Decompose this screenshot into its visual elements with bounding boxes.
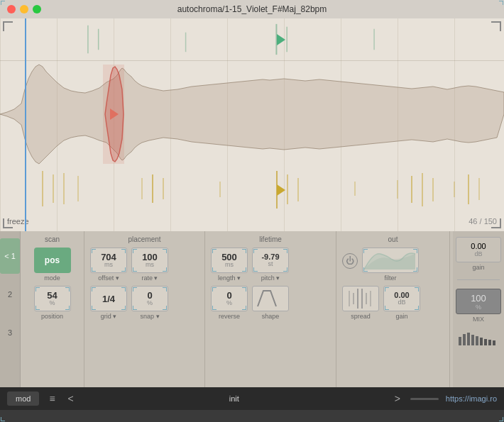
offset-display[interactable]: 704 ms: [90, 248, 127, 273]
corner-br: [415, 306, 419, 310]
corner-bl: [212, 306, 217, 310]
snap-display[interactable]: 0 %: [131, 286, 168, 311]
pitch-label: pitch ▾: [261, 274, 280, 282]
out-gain-display[interactable]: 0.00 dB: [383, 286, 420, 311]
grid-display[interactable]: 1/4: [90, 286, 127, 311]
grid-value: 1/4: [102, 294, 115, 304]
lifetime-label: lifetime: [211, 235, 330, 243]
corner-br: [242, 306, 246, 310]
out-gain-label: gain: [395, 313, 407, 320]
position-display[interactable]: 54 %: [34, 286, 71, 311]
corner-tr: [163, 287, 167, 291]
grid-label: grid ▾: [101, 313, 117, 320]
svg-rect-35: [471, 335, 474, 345]
waveform-top-section: [0, 18, 504, 61]
playhead-top: [277, 34, 285, 45]
right-gain-display[interactable]: 0.00 dB: [456, 237, 501, 262]
corner-tl: [385, 287, 389, 291]
menu-icon[interactable]: ≡: [46, 393, 57, 404]
snap-knob-box: 0 % snap ▾: [131, 286, 168, 320]
rate-label: rate ▾: [141, 274, 158, 282]
shape-label: shape: [262, 313, 280, 320]
mix-unit: %: [476, 304, 481, 311]
svg-rect-39: [488, 340, 491, 345]
scan-section: scan pos mode 54 % posit: [21, 231, 84, 387]
offset-label: offset ▾: [98, 274, 119, 282]
bottom-line-decoration: [410, 398, 439, 400]
channel-3-button[interactable]: 3: [0, 315, 20, 350]
corner-tl: [253, 249, 258, 253]
pitch-display[interactable]: -9.79 st: [252, 248, 289, 273]
corner-bl: [92, 267, 96, 272]
corner-bl: [133, 267, 137, 272]
channel-2-button[interactable]: 2: [0, 277, 20, 312]
position-knob-box: 54 % position: [34, 286, 71, 320]
position-line: [25, 18, 26, 231]
corner-bl: [212, 267, 217, 272]
svg-rect-38: [484, 339, 487, 345]
offset-knob-box: 704 ms offset ▾: [90, 248, 127, 282]
spread-display[interactable]: [342, 286, 379, 311]
corner-tr: [65, 287, 70, 291]
out-gain-knob-box: 0.00 dB gain: [383, 286, 420, 320]
right-gain-panel: 0.00 dB gain 100 % MIX: [453, 231, 504, 387]
channel-1-button[interactable]: < 1: [0, 238, 20, 274]
right-gain-label: gain: [472, 264, 484, 271]
reverse-label: reverse: [219, 313, 240, 320]
out-label: out: [342, 235, 444, 243]
mod-button[interactable]: mod: [7, 392, 39, 406]
playhead-bottom: [277, 184, 285, 196]
offset-unit: ms: [104, 262, 113, 268]
corner-tr: [283, 249, 287, 253]
channel-selector: < 1 2 3: [0, 231, 21, 387]
placement-section: placement 704 ms offset ▾: [84, 231, 205, 387]
corner-tl: [92, 249, 96, 253]
close-button[interactable]: [7, 5, 16, 13]
corner-tr: [163, 249, 167, 253]
svg-rect-36: [476, 336, 478, 345]
shape-envelope-svg: [256, 289, 285, 308]
rate-display[interactable]: 100 ms: [131, 248, 168, 273]
corner-bl: [253, 267, 258, 272]
scan-label: scan: [45, 235, 60, 243]
bottom-grain-markers: [0, 167, 504, 224]
corner-tl: [1, 1, 5, 5]
length-display[interactable]: 500 ms: [211, 248, 248, 273]
snap-unit: %: [147, 300, 153, 306]
power-button[interactable]: ⏻: [342, 253, 358, 269]
mix-display[interactable]: 100 %: [456, 289, 501, 314]
corner-tr: [121, 287, 126, 291]
pitch-unit: st: [268, 261, 273, 267]
left-arrow-icon[interactable]: <: [65, 393, 77, 404]
svg-rect-33: [463, 334, 466, 345]
mode-button[interactable]: pos: [34, 248, 71, 273]
reverse-display[interactable]: 0 %: [211, 286, 248, 311]
init-label: init: [84, 394, 385, 403]
audioz-url[interactable]: https://imagi.ro: [446, 394, 497, 403]
shape-knob-box: shape: [252, 286, 289, 320]
snap-label: snap ▾: [140, 313, 159, 320]
right-arrow-icon[interactable]: >: [392, 393, 403, 404]
placement-top-row: 704 ms offset ▾ 100 ms rate ▾: [90, 248, 199, 282]
filter-label: filter: [384, 274, 396, 282]
scan-bottom-row: 54 % position: [34, 286, 71, 320]
placement-label: placement: [90, 235, 199, 243]
length-label: length ▾: [218, 274, 241, 282]
out-top-row: ⏻: [342, 248, 444, 282]
lifetime-section: lifetime 500 ms length ▾: [205, 231, 336, 387]
waveform-main[interactable]: [0, 61, 504, 167]
minimize-button[interactable]: [20, 5, 28, 13]
maximize-button[interactable]: [33, 5, 41, 13]
filter-knob-box: filter: [362, 248, 419, 282]
bottom-bar: mod ≡ < init > https://imagi.ro: [0, 387, 504, 410]
corner-tl: [212, 287, 217, 291]
corner-tr: [242, 249, 246, 253]
shape-display[interactable]: [252, 286, 289, 311]
right-gain-value: 0.00: [471, 242, 486, 250]
length-knob-box: 500 ms length ▾: [211, 248, 248, 282]
pitch-knob-box: -9.79 st pitch ▾: [252, 248, 289, 282]
filter-display[interactable]: [362, 248, 419, 273]
corner-tl: [133, 287, 137, 291]
grid-knob-box: 1/4 grid ▾: [90, 286, 127, 320]
waveform-area[interactable]: freeze 46 / 150: [0, 18, 504, 231]
